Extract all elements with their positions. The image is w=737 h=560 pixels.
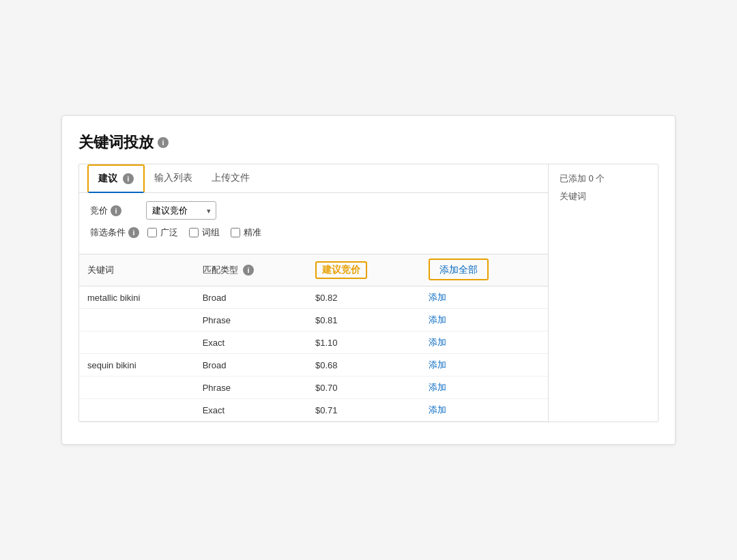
match-type-exact-1: Exact: [194, 331, 307, 354]
bid-broad-1: $0.82: [307, 286, 421, 309]
match-type-exact-2: Exact: [194, 399, 307, 422]
page-title: 关键词投放 i: [78, 132, 659, 153]
tab-suggestions-label: 建议: [98, 173, 117, 183]
add-exact-2-cell: 添加: [420, 399, 548, 422]
page-title-text: 关键词投放: [78, 132, 154, 153]
filter-broad[interactable]: 广泛: [147, 226, 178, 239]
filter-exact-checkbox[interactable]: [231, 228, 240, 237]
bid-row: 竞价 i 建议竞价 自定义竞价 动态竞价: [90, 201, 537, 220]
add-exact-1-button[interactable]: 添加: [429, 337, 446, 347]
filter-broad-label: 广泛: [160, 226, 178, 239]
add-all-header-box[interactable]: 添加全部: [429, 259, 489, 280]
bid-label: 竞价 i: [90, 205, 138, 217]
tab-input-list[interactable]: 输入列表: [145, 165, 202, 192]
bid-select-wrapper[interactable]: 建议竞价 自定义竞价 动态竞价: [146, 201, 216, 220]
right-panel: 已添加 0 个 关键词: [549, 164, 658, 422]
match-type-phrase-2: Phrase: [194, 377, 307, 399]
keyword-empty-1: [79, 309, 194, 331]
keyword-table: 关键词 匹配类型 i 建议竞价 添加全部: [79, 254, 548, 422]
tab-upload-file-label: 上传文件: [212, 172, 250, 183]
th-keyword: 关键词: [79, 254, 194, 286]
th-match-type: 匹配类型 i: [194, 254, 307, 286]
bid-select[interactable]: 建议竞价 自定义竞价 动态竞价: [146, 201, 216, 220]
filter-phrase[interactable]: 词组: [189, 226, 220, 239]
keyword-name-2: sequin bikini: [79, 354, 194, 377]
right-panel-keyword-label: 关键词: [560, 190, 647, 203]
table-row: metallic bikini Broad $0.82 添加: [79, 286, 548, 309]
filter-exact[interactable]: 精准: [231, 226, 261, 239]
table-row: Exact $0.71 添加: [79, 399, 548, 422]
th-add-all[interactable]: 添加全部: [420, 254, 548, 286]
match-type-phrase-1: Phrase: [194, 309, 307, 331]
bid-exact-1: $1.10: [307, 331, 421, 354]
add-broad-1-cell: 添加: [420, 286, 548, 309]
filter-broad-checkbox[interactable]: [147, 228, 157, 237]
add-phrase-1-button[interactable]: 添加: [429, 314, 446, 325]
tab-upload-file[interactable]: 上传文件: [202, 165, 259, 192]
tab-input-list-label: 输入列表: [154, 172, 192, 183]
match-type-broad-1: Broad: [194, 286, 307, 309]
bid-broad-2: $0.68: [307, 354, 421, 377]
tab-suggestions[interactable]: 建议 i: [87, 164, 145, 193]
filter-label-text: 筛选条件: [90, 226, 126, 239]
add-exact-2-button[interactable]: 添加: [429, 404, 446, 415]
keyword-empty-4: [79, 399, 194, 422]
suggested-bid-header-box: 建议竞价: [315, 261, 367, 279]
add-exact-1-cell: 添加: [420, 331, 548, 354]
table-row: Exact $1.10 添加: [79, 331, 548, 354]
add-phrase-2-cell: 添加: [420, 377, 548, 399]
bid-label-text: 竞价: [90, 205, 108, 217]
keyword-empty-3: [79, 377, 194, 399]
bid-info-icon[interactable]: i: [111, 205, 121, 216]
filter-options: 广泛 词组 精准: [147, 226, 261, 239]
add-phrase-1-cell: 添加: [420, 309, 548, 331]
right-panel-summary: 已添加 0 个: [560, 173, 647, 185]
table-row: Phrase $0.81 添加: [79, 309, 548, 331]
add-broad-1-button[interactable]: 添加: [429, 292, 446, 302]
tabs-row: 建议 i 输入列表 上传文件: [79, 164, 548, 193]
filter-phrase-checkbox[interactable]: [189, 228, 199, 237]
filter-row: 筛选条件 i 广泛 词组 精: [90, 226, 537, 239]
add-broad-2-cell: 添加: [420, 354, 548, 377]
tab-suggestions-info-icon[interactable]: i: [123, 173, 134, 184]
filter-phrase-label: 词组: [202, 226, 220, 239]
keyword-empty-2: [79, 331, 194, 354]
match-type-broad-2: Broad: [194, 354, 307, 377]
page-title-info-icon[interactable]: i: [158, 137, 169, 148]
left-panel: 建议 i 输入列表 上传文件 竞价 i: [79, 164, 549, 422]
main-layout: 建议 i 输入列表 上传文件 竞价 i: [78, 164, 659, 422]
filter-info-icon[interactable]: i: [128, 227, 139, 238]
bid-phrase-2: $0.70: [307, 377, 421, 399]
table-row: sequin bikini Broad $0.68 添加: [79, 354, 548, 377]
keyword-name: metallic bikini: [79, 286, 194, 309]
th-suggested-bid: 建议竞价: [307, 254, 421, 286]
bid-phrase-1: $0.81: [307, 309, 421, 331]
add-phrase-2-button[interactable]: 添加: [429, 382, 446, 392]
bid-exact-2: $0.71: [307, 399, 421, 422]
th-match-type-info-icon[interactable]: i: [243, 265, 254, 276]
add-broad-2-button[interactable]: 添加: [429, 359, 446, 370]
table-row: Phrase $0.70 添加: [79, 377, 548, 399]
main-card: 关键词投放 i 建议 i 输入列表 上传文件: [61, 115, 676, 445]
filter-label: 筛选条件 i: [90, 226, 139, 239]
config-section: 竞价 i 建议竞价 自定义竞价 动态竞价 筛选条件: [79, 193, 548, 254]
filter-exact-label: 精准: [244, 226, 261, 239]
